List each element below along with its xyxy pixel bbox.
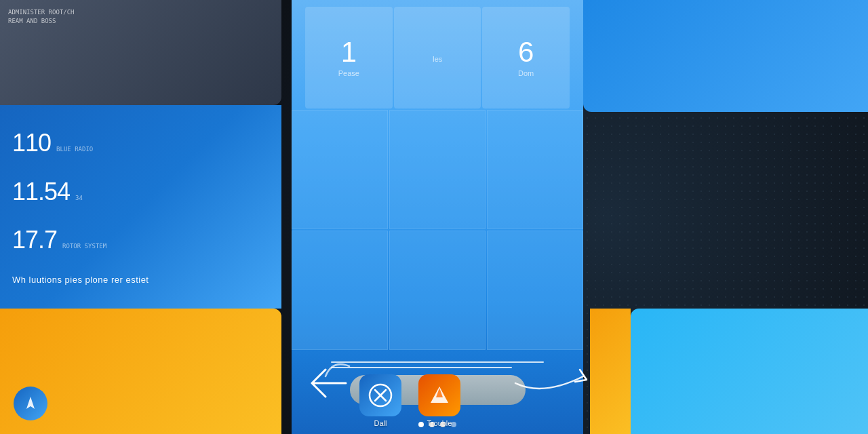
- dock-app-trouble[interactable]: Trouble: [418, 374, 460, 427]
- trouble-label: Trouble: [427, 419, 452, 427]
- dall-label: Dall: [374, 419, 387, 427]
- cal-number-3: 6: [518, 38, 534, 66]
- app-cell-2[interactable]: [389, 110, 486, 229]
- dock-app-dall[interactable]: Dall: [359, 374, 401, 427]
- gesture-left: [292, 353, 359, 414]
- stat-number-3: 17.7: [12, 226, 57, 254]
- cal-label-3: Dom: [518, 69, 534, 77]
- stat-label-1: BLUE RADIO: [56, 146, 93, 153]
- yellow-panel-icon: [14, 387, 47, 420]
- cal-cell-3: 6 Dom: [482, 7, 570, 108]
- app-cell-1[interactable]: [292, 110, 388, 229]
- header-text: ADMINISTER ROOT/CH REAM AND BOSS: [8, 8, 273, 25]
- dock: Dall Trouble: [359, 374, 460, 427]
- gesture-right: [502, 353, 597, 414]
- stat-row-1: 110 BLUE RADIO: [12, 129, 269, 157]
- left-stats-panel: 110 BLUE RADIO 11.54 34 17.7 ROTOR SYSTE…: [0, 105, 281, 309]
- calendar-grid: 1 Pease Ies 6 Dom: [292, 0, 583, 108]
- app-cell-6[interactable]: [487, 231, 583, 350]
- stat-label-2: 34: [75, 195, 83, 202]
- right-top-panel: [583, 0, 868, 112]
- app-cell-4[interactable]: [292, 231, 388, 350]
- stat-row-3: 17.7 ROTOR SYSTEM: [12, 226, 269, 254]
- stat-label-3: ROTOR SYSTEM: [62, 243, 106, 250]
- cal-label-2: Ies: [433, 55, 443, 63]
- app-cell-5[interactable]: [389, 231, 486, 350]
- stat-description: Wh luutions pies plone rer estiet: [12, 275, 269, 285]
- cal-number-1: 1: [341, 38, 357, 66]
- stat-number-2: 11.54: [12, 178, 70, 206]
- cal-cell-1: 1 Pease: [305, 7, 393, 108]
- app-grid[interactable]: [292, 108, 583, 351]
- right-bottom-panel-cyan: [631, 309, 868, 434]
- left-yellow-panel: [0, 309, 281, 434]
- left-top-panel: ADMINISTER ROOT/CH REAM AND BOSS: [0, 0, 281, 105]
- app-cell-3[interactable]: [487, 110, 583, 229]
- stat-number-1: 110: [12, 129, 51, 157]
- dall-icon[interactable]: [359, 374, 401, 416]
- stat-row-2: 11.54 34: [12, 178, 269, 206]
- cal-label-1: Pease: [338, 69, 359, 77]
- trouble-icon[interactable]: [418, 374, 460, 416]
- cal-cell-2: Ies: [394, 7, 481, 108]
